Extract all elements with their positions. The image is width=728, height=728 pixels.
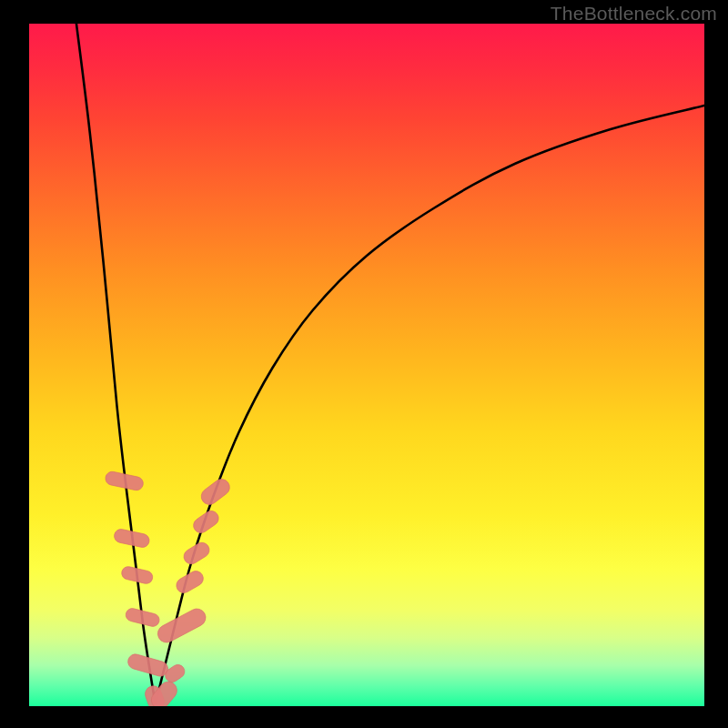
watermark-text: TheBottleneck.com (551, 3, 717, 25)
chart-svg (29, 24, 704, 706)
marker-point (120, 565, 154, 584)
plot-area (29, 24, 704, 706)
marker-group (105, 470, 233, 706)
marker-point (198, 476, 233, 508)
marker-point (174, 569, 206, 596)
curve-right-branch (156, 106, 704, 704)
curve-left-branch (76, 24, 156, 704)
marker-point (155, 606, 208, 646)
outer-frame: TheBottleneck.com (0, 0, 728, 728)
marker-point (190, 508, 221, 536)
